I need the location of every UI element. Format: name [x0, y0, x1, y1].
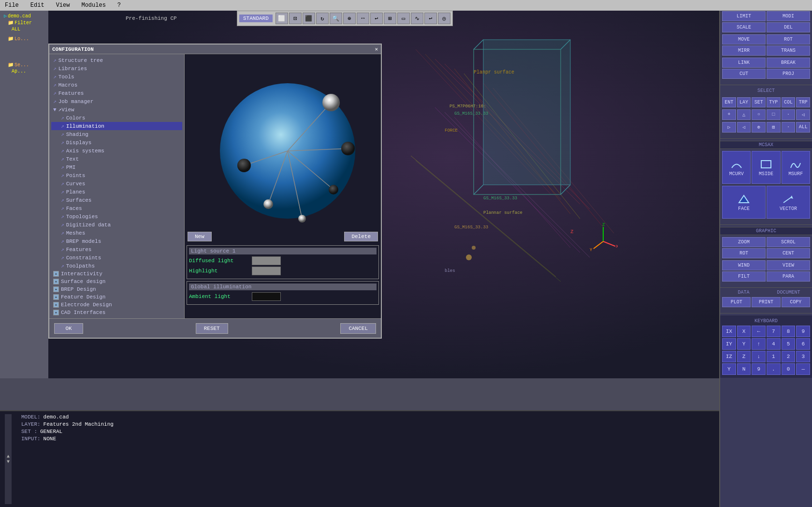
kb-5[interactable]: 5: [782, 338, 796, 350]
tree-text[interactable]: ↗Text: [51, 155, 182, 163]
dot2-btn[interactable]: ·: [782, 122, 796, 133]
tree-feature-design[interactable]: +Feature Design: [51, 293, 182, 301]
trp-btn[interactable]: TRP: [796, 97, 810, 107]
kb-8[interactable]: 8: [782, 326, 796, 337]
tree-libraries[interactable]: ↗Libraries: [51, 64, 182, 73]
tree-item-lo[interactable]: 📁 Lo...: [2, 35, 46, 42]
tree-axis-systems[interactable]: ↗Axis systems: [51, 147, 182, 155]
tb-btn-3[interactable]: ⬛: [303, 13, 315, 24]
kb-3[interactable]: 3: [796, 351, 810, 362]
kb-1[interactable]: 1: [767, 351, 781, 362]
new-button[interactable]: New: [188, 232, 212, 241]
tree-digitized-data[interactable]: ↗Digitized data: [51, 221, 182, 229]
kb-2[interactable]: 2: [782, 351, 796, 362]
wind-btn[interactable]: WIND: [722, 260, 766, 270]
tree-item-demo[interactable]: ▷ demo.cad: [2, 13, 46, 19]
reset-button[interactable]: RESET: [196, 323, 228, 334]
cross-btn[interactable]: ⊕: [752, 122, 766, 133]
tb-btn-2[interactable]: ⊡: [289, 13, 302, 24]
kb-n[interactable]: N: [737, 363, 751, 375]
link-btn[interactable]: LINK: [722, 58, 766, 68]
modi-btn[interactable]: MODI: [767, 11, 810, 21]
plus-btn[interactable]: +: [722, 109, 736, 120]
config-tree[interactable]: ↗Structure tree ↗Libraries ↗Tools ↗Macro…: [49, 54, 185, 318]
tree-view-folder[interactable]: ▼ ↗View: [51, 105, 182, 114]
ambient-light-swatch[interactable]: [252, 292, 281, 301]
tri2-btn[interactable]: ◁: [796, 109, 810, 120]
mirr-btn[interactable]: MIRR: [722, 45, 766, 56]
kb-z[interactable]: Z: [737, 351, 751, 362]
kb-6[interactable]: 6: [796, 338, 810, 350]
tb-btn-rect[interactable]: ▭: [397, 13, 410, 24]
cut-btn[interactable]: CUT: [722, 69, 766, 79]
plot-btn[interactable]: PLOT: [722, 297, 751, 307]
tree-illumination[interactable]: ↗Illumination: [51, 122, 182, 130]
tree-item-all[interactable]: ALL: [2, 26, 46, 32]
para-btn[interactable]: PARA: [767, 271, 810, 282]
tb-btn-rotate[interactable]: ↻: [316, 13, 329, 24]
set-btn[interactable]: SET: [752, 97, 766, 107]
kb-4[interactable]: 4: [767, 338, 781, 350]
kb-ix[interactable]: IX: [722, 326, 736, 337]
tree-shading[interactable]: ↗Shading: [51, 130, 182, 138]
rot-btn[interactable]: ROT: [767, 34, 810, 45]
kb-9[interactable]: 9: [796, 326, 810, 337]
tb-btn-curve[interactable]: ∿: [411, 13, 423, 24]
tree-features-top[interactable]: ↗Features: [51, 89, 182, 97]
circle-btn[interactable]: ○: [752, 109, 766, 120]
kb-dash[interactable]: —: [796, 363, 810, 375]
rot-graphic-btn[interactable]: ROT: [722, 248, 766, 258]
copy-btn[interactable]: COPY: [782, 297, 810, 307]
tree-item-ap[interactable]: Ap...: [2, 68, 46, 75]
config-close-icon[interactable]: ✕: [375, 46, 378, 52]
diffused-light-swatch[interactable]: [252, 256, 281, 265]
filt-btn[interactable]: FILT: [722, 271, 766, 282]
tree-brep-design[interactable]: +BREP Design: [51, 285, 182, 293]
rgt-btn[interactable]: ▷: [722, 122, 736, 133]
tb-btn-1[interactable]: ⬜: [276, 13, 288, 24]
zoom-btn[interactable]: ZOOM: [722, 237, 766, 247]
typ-btn[interactable]: TYP: [767, 97, 781, 107]
kb-0[interactable]: 0: [782, 363, 796, 375]
tree-points[interactable]: ↗Points: [51, 171, 182, 179]
scrol-btn[interactable]: SCROL: [767, 237, 810, 247]
tri-btn[interactable]: △: [737, 109, 751, 120]
trans-btn[interactable]: TRANS: [767, 45, 810, 56]
kb-y2[interactable]: Y: [722, 363, 736, 375]
face-btn[interactable]: FACE: [722, 186, 766, 219]
tree-faces[interactable]: ↗Faces: [51, 204, 182, 212]
ok-button[interactable]: OK: [54, 323, 83, 334]
tree-features[interactable]: ↗Features: [51, 245, 182, 254]
mcurv-btn[interactable]: MCURV: [722, 151, 751, 184]
tree-planes[interactable]: ↗Planes: [51, 188, 182, 196]
menu-modules[interactable]: Modules: [78, 1, 108, 10]
lay-btn[interactable]: LAY: [737, 97, 751, 107]
tree-constraints[interactable]: ↗Constraints: [51, 254, 182, 262]
grid-btn[interactable]: ⊞: [767, 122, 781, 133]
tb-btn-center[interactable]: ⊕: [343, 13, 356, 24]
tree-item-filter[interactable]: 📁 Filter: [2, 19, 46, 26]
kb-x[interactable]: X: [737, 326, 751, 337]
tree-displays[interactable]: ↗Displays: [51, 138, 182, 147]
kb-y[interactable]: Y: [737, 338, 751, 350]
tree-job-manager[interactable]: ↗Job manager: [51, 97, 182, 105]
kb-9b[interactable]: 9: [752, 363, 766, 375]
scale-btn[interactable]: SCALE: [722, 22, 766, 32]
tree-topologies[interactable]: ↗Topologies: [51, 212, 182, 221]
highlight-swatch[interactable]: [252, 267, 281, 275]
ent-btn[interactable]: ENT: [722, 97, 736, 107]
menu-help[interactable]: ?: [115, 1, 124, 10]
status-scrollbar[interactable]: ▲▼: [5, 414, 12, 504]
all-btn[interactable]: ALL: [796, 122, 810, 133]
cancel-button[interactable]: CANCEL: [340, 323, 376, 334]
menu-view[interactable]: View: [53, 1, 73, 10]
tree-item-se[interactable]: 📁 Se...: [2, 61, 46, 68]
kb-up-arrow[interactable]: ↑: [752, 338, 766, 350]
tb-btn-undo[interactable]: ↩: [370, 13, 383, 24]
view-btn[interactable]: VIEW: [767, 260, 810, 270]
tree-pmi[interactable]: ↗PMI: [51, 163, 182, 171]
print-btn[interactable]: PRINT: [752, 297, 780, 307]
vector-btn[interactable]: VECTOR: [767, 186, 810, 219]
del-btn[interactable]: DEL: [767, 22, 810, 32]
menu-file[interactable]: File: [2, 1, 22, 10]
